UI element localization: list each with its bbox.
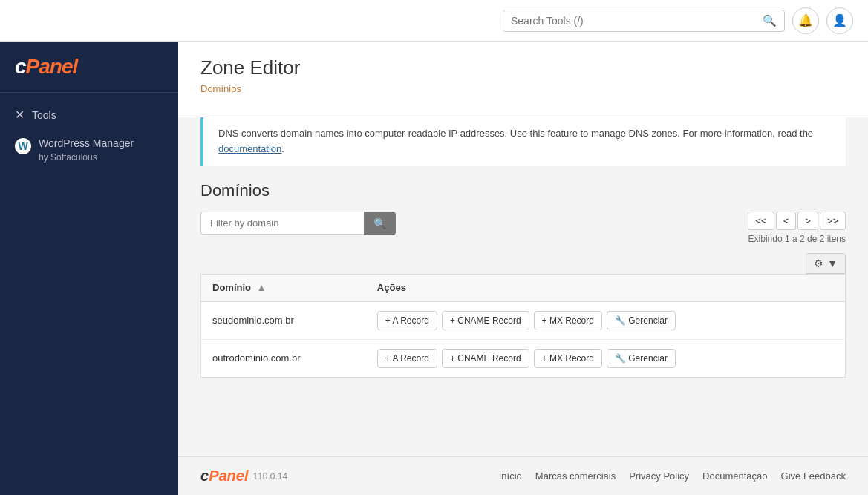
notifications-button[interactable]: 🔔 (792, 7, 819, 34)
domain-cell: seudominio.com.br (201, 301, 366, 340)
info-text: DNS converts domain names into computer-… (218, 128, 813, 139)
sidebar-item-wp-label: WordPress Manager (39, 137, 134, 151)
section-title: Domínios (200, 181, 846, 200)
user-icon: 👤 (832, 13, 847, 27)
column-domain: Domínio ▲ (201, 274, 366, 301)
footer-left: cPanel 110.0.14 (200, 468, 287, 485)
pagination-info: Exibindo 1 a 2 de 2 itens (748, 234, 846, 244)
action-button-row1-0[interactable]: + A Record (377, 349, 437, 368)
info-box: DNS converts domain names into computer-… (200, 117, 846, 166)
column-actions: Ações (366, 274, 846, 301)
actions-cell: + A Record+ CNAME Record+ MX Record🔧 Ger… (366, 301, 846, 340)
breadcrumb-link[interactable]: Domínios (200, 83, 241, 94)
manage-button-row1[interactable]: 🔧 Gerenciar (607, 349, 676, 368)
actions-cell: + A Record+ CNAME Record+ MX Record🔧 Ger… (366, 339, 846, 377)
search-input[interactable] (511, 15, 757, 27)
footer-link-3[interactable]: Documentação (702, 471, 767, 482)
domain-search-row: 🔍 (200, 212, 396, 235)
domain-cell: outrodominio.com.br (201, 339, 366, 377)
footer: cPanel 110.0.14 InícioMarcas comerciaisP… (178, 456, 868, 495)
footer-link-4[interactable]: Give Feedback (781, 471, 846, 482)
action-button-row0-2[interactable]: + MX Record (534, 311, 602, 330)
sidebar-logo: cPanel (0, 42, 178, 93)
tools-icon: ✕ (15, 108, 25, 122)
domains-section: Domínios 🔍 << < > >> (178, 181, 868, 393)
action-button-row0-1[interactable]: + CNAME Record (442, 311, 529, 330)
footer-link-0[interactable]: Início (499, 471, 522, 482)
wordpress-icon: W (15, 138, 31, 154)
sidebar: cPanel ✕ Tools W WordPress Manager by So… (0, 42, 178, 495)
pagination-first-button[interactable]: << (748, 212, 774, 230)
action-button-row1-1[interactable]: + CNAME Record (442, 349, 529, 368)
table-header-row: Domínio ▲ Ações (201, 274, 846, 301)
sidebar-item-wordpress-manager[interactable]: W WordPress Manager by Softaculous (0, 129, 178, 171)
settings-row: ⚙ ▼ (200, 253, 846, 274)
header: 🔍 🔔 👤 (0, 0, 868, 42)
gear-dropdown-icon: ▼ (827, 258, 838, 269)
pagination-last-button[interactable]: >> (820, 212, 846, 230)
manage-button-row0[interactable]: 🔧 Gerenciar (607, 311, 676, 330)
gear-icon: ⚙ (814, 258, 823, 269)
sidebar-item-tools[interactable]: ✕ Tools (0, 100, 178, 129)
domains-table: Domínio ▲ Ações seudominio.com.br+ A Rec… (200, 274, 846, 378)
cpanel-logo: cPanel (15, 55, 163, 79)
sidebar-item-wp-sublabel: by Softaculous (39, 151, 134, 164)
action-button-row0-0[interactable]: + A Record (377, 311, 437, 330)
bell-icon: 🔔 (798, 13, 813, 27)
breadcrumb: Domínios (178, 79, 868, 105)
page-header-section: Zone Editor Domínios (178, 42, 868, 117)
documentation-link[interactable]: documentation (218, 143, 281, 154)
footer-logo: cPanel (200, 468, 248, 485)
search-icon[interactable]: 🔍 (763, 14, 777, 27)
pagination-controls: << < > >> (748, 212, 846, 230)
sidebar-item-tools-label: Tools (32, 109, 56, 121)
domain-filter-button[interactable]: 🔍 (364, 212, 396, 235)
main-content-area: Zone Editor Domínios DNS converts domain… (178, 42, 868, 495)
page-title: Zone Editor (178, 42, 868, 79)
pagination-next-button[interactable]: > (797, 212, 818, 230)
table-row: outrodominio.com.br+ A Record+ CNAME Rec… (201, 339, 846, 377)
domain-filter-input[interactable] (200, 212, 364, 235)
sort-arrow-icon[interactable]: ▲ (257, 282, 267, 293)
search-box: 🔍 (503, 10, 785, 32)
filter-pagination-row: 🔍 << < > >> Exibindo 1 a 2 de 2 itens (200, 212, 846, 249)
action-button-row1-2[interactable]: + MX Record (534, 349, 602, 368)
footer-link-1[interactable]: Marcas comerciais (535, 471, 616, 482)
table-row: seudominio.com.br+ A Record+ CNAME Recor… (201, 301, 846, 340)
user-button[interactable]: 👤 (826, 7, 853, 34)
pagination-prev-button[interactable]: < (776, 212, 797, 230)
footer-link-2[interactable]: Privacy Policy (629, 471, 689, 482)
filter-search-icon: 🔍 (373, 217, 386, 229)
footer-version: 110.0.14 (252, 471, 287, 482)
gear-settings-button[interactable]: ⚙ ▼ (806, 253, 846, 274)
sidebar-nav: ✕ Tools W WordPress Manager by Softaculo… (0, 93, 178, 178)
footer-links: InícioMarcas comerciaisPrivacy PolicyDoc… (499, 471, 846, 482)
